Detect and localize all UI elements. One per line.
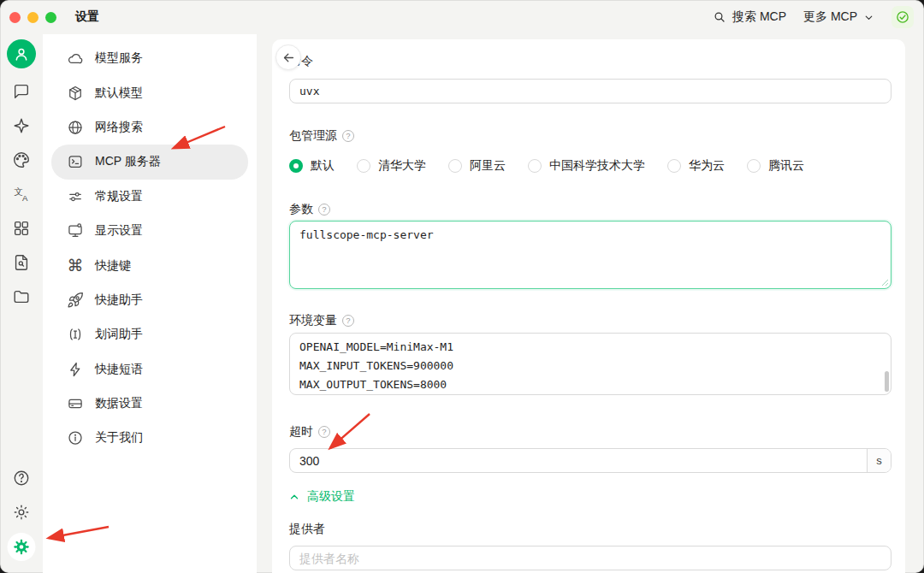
radio-icon — [747, 159, 761, 173]
env-textarea[interactable]: OPENAI_MODEL=MiniMax-M1 MAX_INPUT_TOKENS… — [289, 333, 891, 395]
titlebar: 设置 搜索 MCP 更多 MCP — [0, 0, 924, 34]
sidebar-item-label: 网络搜索 — [95, 120, 143, 135]
close-window-button[interactable] — [9, 12, 21, 23]
traffic-lights — [0, 12, 56, 23]
args-textarea[interactable]: fullscope-mcp-server — [289, 221, 891, 289]
advanced-settings-toggle[interactable]: 高级设置 — [289, 489, 355, 505]
cloud-icon — [67, 50, 84, 67]
timeout-unit: s — [867, 449, 891, 472]
registry-option-ustc[interactable]: 中国科学技术大学 — [528, 158, 645, 174]
gear-icon — [13, 538, 31, 556]
sidebar-item-data-settings[interactable]: 数据设置 — [51, 387, 248, 421]
help-icon[interactable]: ? — [342, 315, 354, 327]
sidebar-item-quick-assistant[interactable]: 快捷助手 — [51, 283, 248, 317]
lightning-icon — [67, 361, 84, 378]
sidebar-item-general-settings[interactable]: 常规设置 — [51, 180, 248, 214]
sidebar-item-model-services[interactable]: 模型服务 — [51, 41, 248, 75]
sidebar-item-display-settings[interactable]: 显示设置 — [51, 214, 248, 248]
sidebar-item-label: 默认模型 — [95, 86, 143, 101]
scrollbar[interactable] — [885, 371, 889, 392]
sidebar-item-mcp-servers[interactable]: MCP 服务器 — [51, 145, 248, 179]
back-button[interactable] — [275, 44, 301, 70]
help-icon[interactable]: ? — [318, 204, 330, 216]
sidebar-item-shortcuts[interactable]: ⌘ 快捷键 — [51, 248, 248, 282]
sidebar-item-label: MCP 服务器 — [95, 154, 161, 169]
rail-item-knowledge[interactable] — [12, 253, 31, 272]
search-mcp-label: 搜索 MCP — [732, 9, 786, 25]
sidebar-item-label: 常规设置 — [95, 189, 143, 204]
folder-icon — [12, 287, 31, 306]
maximize-window-button[interactable] — [45, 12, 56, 23]
registry-option-default[interactable]: 默认 — [289, 158, 335, 174]
user-icon — [12, 44, 31, 63]
help-icon[interactable]: ? — [342, 130, 354, 142]
terminal-icon — [67, 153, 84, 170]
file-search-icon — [12, 253, 31, 272]
command-icon: ⌘ — [67, 257, 84, 274]
user-avatar[interactable] — [7, 39, 36, 68]
sidebar-item-label: 快捷键 — [95, 258, 131, 274]
timeout-input[interactable] — [290, 449, 867, 472]
registry-label: 包管理源 ? — [289, 128, 354, 144]
sidebar-item-label: 显示设置 — [95, 223, 143, 239]
sliders-icon — [67, 188, 84, 205]
sidebar-item-quick-phrases[interactable]: 快捷短语 — [51, 352, 248, 387]
rail-item-chat[interactable] — [12, 82, 31, 101]
monitor-icon — [67, 222, 84, 239]
question-circle-icon — [12, 469, 31, 487]
radio-icon — [357, 159, 370, 173]
rocket-icon — [67, 292, 84, 309]
brightness-icon — [12, 503, 31, 522]
svg-text:A: A — [22, 193, 28, 203]
registry-option-tencent[interactable]: 腾讯云 — [747, 158, 804, 174]
sidebar-item-default-models[interactable]: 默认模型 — [51, 75, 248, 109]
registry-option-huawei[interactable]: 华为云 — [667, 158, 725, 174]
sidebar-item-web-search[interactable]: 网络搜索 — [51, 110, 248, 145]
minimize-window-button[interactable] — [27, 12, 38, 23]
env-field: OPENAI_MODEL=MiniMax-M1 MAX_INPUT_TOKENS… — [289, 333, 891, 395]
rail-item-theme[interactable] — [12, 503, 31, 522]
sparkle-icon — [12, 116, 31, 135]
sidebar-item-label: 快捷助手 — [95, 292, 143, 308]
sidebar-item-label: 关于我们 — [95, 430, 143, 446]
registry-options: 默认 清华大学 阿里云 中国科学技术大学 华为云 腾讯云 — [289, 158, 891, 174]
provider-input[interactable] — [289, 546, 891, 570]
app-rail: 文A — [0, 34, 43, 573]
sidebar-item-label: 划词助手 — [95, 327, 143, 342]
chat-bubble-icon — [12, 82, 31, 101]
text-select-icon — [67, 326, 84, 343]
command-input[interactable] — [289, 79, 891, 103]
env-label: 环境变量 ? — [289, 313, 354, 328]
help-icon[interactable]: ? — [318, 426, 330, 438]
search-icon — [713, 10, 726, 24]
settings-menu: 模型服务 默认模型 网络搜索 MCP 服务器 常规设置 显示设置 ⌘ 快捷键 快 — [43, 34, 257, 573]
settings-window: 设置 搜索 MCP 更多 MCP — [0, 0, 924, 573]
args-label: 参数 ? — [289, 202, 330, 217]
grid-icon — [12, 219, 31, 238]
rail-item-paintings[interactable] — [12, 151, 31, 169]
globe-icon — [67, 119, 84, 136]
rail-item-help[interactable] — [12, 469, 31, 487]
rail-item-minapps[interactable] — [12, 219, 31, 238]
sidebar-item-label: 模型服务 — [95, 50, 143, 66]
radio-icon — [667, 159, 681, 173]
mcp-server-form: 命令 包管理源 ? 默认 清华大学 阿里云 中国科学技术大学 华为云 腾讯云 参… — [272, 39, 905, 573]
server-status-badge[interactable] — [891, 6, 914, 28]
more-mcp-button[interactable]: 更多 MCP — [803, 9, 874, 25]
rail-item-settings[interactable] — [8, 533, 36, 561]
provider-label: 提供者 — [289, 522, 325, 537]
search-mcp-button[interactable]: 搜索 MCP — [713, 9, 786, 25]
more-mcp-label: 更多 MCP — [803, 9, 857, 25]
registry-option-tsinghua[interactable]: 清华大学 — [357, 158, 426, 174]
rail-item-files[interactable] — [12, 287, 31, 306]
drive-icon — [67, 395, 84, 412]
sidebar-item-selection-assistant[interactable]: 划词助手 — [51, 317, 248, 351]
registry-option-aliyun[interactable]: 阿里云 — [448, 158, 506, 174]
arrow-left-icon — [281, 50, 296, 65]
rail-item-agents[interactable] — [12, 116, 31, 135]
rail-item-translate[interactable]: 文A — [12, 185, 31, 204]
radio-icon — [528, 159, 542, 173]
sidebar-item-label: 快捷短语 — [95, 362, 143, 377]
timeout-field: s — [289, 448, 891, 473]
sidebar-item-about[interactable]: 关于我们 — [51, 421, 248, 455]
